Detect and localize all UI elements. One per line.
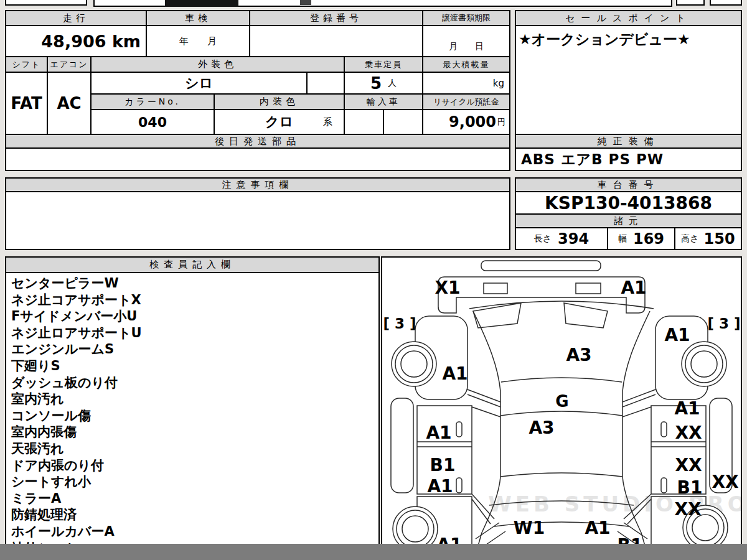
inspector-item: 室内汚れ xyxy=(11,391,378,408)
transfer-deadline-label: 譲渡書類期限 xyxy=(442,12,491,24)
bottom-crop-bar xyxy=(0,544,747,560)
spec-width-value: 169 xyxy=(633,230,664,248)
inspector-item: センターピラーW xyxy=(11,275,378,292)
interior-color-suffix: 系 xyxy=(323,116,332,128)
inspector-item: ネジ止コアサポートX xyxy=(11,292,378,309)
sales-point-value: ★オークションデビュー★ xyxy=(515,25,742,135)
interior-color-value: クロ系 xyxy=(214,109,345,135)
inspector-notes-list: センターピラーWネジ止コアサポートXFサイドメンバー小Uネジ止ロアサポートUエン… xyxy=(5,272,380,560)
inspector-header: 検査員記入欄 xyxy=(5,256,380,273)
cropped-row-fragment xyxy=(93,0,672,7)
sales-point-header: セールスポイント xyxy=(515,10,742,26)
damage-diagram: WEB STUDIO PRO xyxy=(381,256,742,560)
damage-code-label: A3 xyxy=(566,345,591,365)
chassis-number-value: KSP130-4013868 xyxy=(515,191,742,215)
damage-code-label: A1 xyxy=(442,363,467,384)
cropped-text-fragment xyxy=(300,0,311,5)
door-handle-icons xyxy=(456,422,667,493)
shaken-value: 年 月 xyxy=(146,25,250,57)
shift-value: FAT xyxy=(5,72,48,135)
spec-height: 高さ150 xyxy=(674,227,742,250)
inspector-item: ホイールカバーA xyxy=(11,523,378,540)
exterior-color-header: 外装色 xyxy=(90,56,345,73)
damage-code-label: A1 xyxy=(427,476,453,497)
damage-code-label: XX xyxy=(675,455,702,475)
later-parts-header: 後日発送部品 xyxy=(5,134,510,149)
shaken-header: 車検 xyxy=(146,10,250,26)
cropped-row-fragment xyxy=(710,0,742,6)
inspector-item: シートすれ小 xyxy=(11,474,378,490)
inspector-item: コンソール傷 xyxy=(11,408,378,424)
damage-code-label: XX xyxy=(674,499,702,520)
equipment-value: ABS エアB PS PW xyxy=(515,147,742,171)
spec-width-label: 幅 xyxy=(618,233,627,245)
shift-header: シフト xyxy=(5,56,48,73)
registration-value xyxy=(249,25,423,57)
capacity-unit: 人 xyxy=(388,78,397,89)
inspector-item: Fサイドメンバー小U xyxy=(11,308,378,325)
damage-code-label: XX xyxy=(675,422,702,443)
transfer-deadline-header: 譲渡書類期限 xyxy=(422,10,510,26)
max-load-header: 最大積載量 xyxy=(422,56,510,73)
inspector-item: 下廻りS xyxy=(11,358,378,375)
inspector-item: エンジンルームS xyxy=(11,341,378,358)
mileage-header-label: 走行 xyxy=(63,12,89,24)
spec-length-value: 394 xyxy=(558,230,589,248)
exterior-color-extra-cell xyxy=(306,72,345,95)
inspector-item: ダッシュ板のり付 xyxy=(11,375,378,391)
mileage-header: 走行 xyxy=(5,10,147,26)
aircon-header: エアコン xyxy=(47,56,92,73)
max-load-value: kg xyxy=(422,72,510,95)
damage-code-label: B1 xyxy=(430,455,456,475)
notes-header: 注意事項欄 xyxy=(5,177,510,192)
max-load-unit: kg xyxy=(493,78,504,89)
capacity-header: 乗車定員 xyxy=(344,56,423,73)
inspector-item: ドア内張のり付 xyxy=(11,457,378,474)
spec-width: 幅169 xyxy=(607,227,675,250)
damage-code-label: A1 xyxy=(585,518,610,538)
recycle-fee-unit: 円 xyxy=(497,116,505,128)
recycle-fee-number: 9,000 xyxy=(449,113,496,131)
import-header: 輸入車 xyxy=(344,93,423,110)
chassis-number-header: 車台番号 xyxy=(515,177,742,192)
damage-code-label: A1 xyxy=(426,422,451,443)
spec-height-value: 150 xyxy=(704,230,735,248)
damage-code-label: A1 xyxy=(674,398,700,419)
auction-sheet: 走行 車検 登録番号 譲渡書類期限 48,906 km 年 月 月 日 シフト … xyxy=(0,0,747,560)
import-value-cell2 xyxy=(383,109,423,135)
damage-code-label: W1 xyxy=(514,518,545,538)
recycle-fee-value: 9,000円 xyxy=(422,109,510,135)
spec-height-label: 高さ xyxy=(681,233,698,245)
exterior-color-value: シロ xyxy=(90,72,308,95)
equipment-header: 純正装備 xyxy=(515,134,742,149)
damage-code-label: B1 xyxy=(677,477,703,498)
damage-code-label: XX xyxy=(712,472,739,492)
color-no-value: 040 xyxy=(90,109,215,135)
later-parts-value xyxy=(5,147,510,171)
damage-code-label: [ 3 ] xyxy=(707,315,740,332)
cropped-row-fragment xyxy=(5,0,87,6)
inspector-item: ネジ止ロアサポートU xyxy=(11,325,378,342)
color-no-header: カラーNo. xyxy=(90,93,215,110)
damage-code-label: G xyxy=(555,392,568,411)
import-value-cell xyxy=(344,109,384,135)
spec-length: 長さ394 xyxy=(515,227,608,250)
damage-diagram-svg: WEB STUDIO PRO xyxy=(382,258,741,559)
registration-header: 登録番号 xyxy=(249,10,423,26)
shaken-header-label: 車検 xyxy=(185,12,211,24)
specs-header: 諸元 xyxy=(515,213,742,228)
cropped-text-fragment xyxy=(165,0,238,7)
interior-color-header: 内装色 xyxy=(214,93,345,110)
damage-code-label: A3 xyxy=(529,418,554,438)
capacity-number: 5 xyxy=(370,74,382,93)
capacity-value: 5人 xyxy=(344,72,423,95)
spec-length-label: 長さ xyxy=(534,233,552,245)
inspector-item: ミラーA xyxy=(11,490,378,507)
inspector-item: 天張汚れ xyxy=(11,441,378,457)
recycle-fee-header: リサイクル預託金 xyxy=(422,93,510,110)
registration-header-label: 登録番号 xyxy=(310,12,362,24)
cropped-row-fragment xyxy=(676,0,705,6)
damage-code-label: X1 xyxy=(435,278,460,298)
notes-value xyxy=(5,191,510,250)
transfer-deadline-value: 月 日 xyxy=(422,25,510,57)
